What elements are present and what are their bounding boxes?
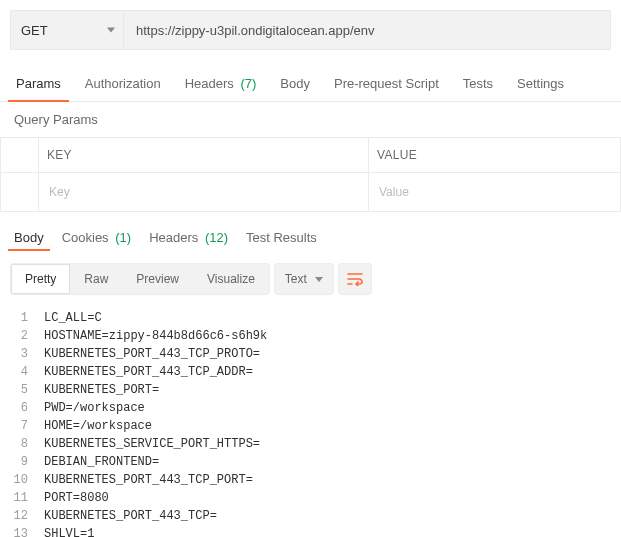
line-content: KUBERNETES_SERVICE_PORT_HTTPS= (44, 435, 260, 453)
wrap-lines-button[interactable] (338, 263, 372, 295)
line-number: 9 (0, 453, 44, 471)
request-bar: GET https://zippy-u3pil.ondigitalocean.a… (0, 0, 621, 58)
query-params-table: KEY VALUE Key Value (0, 137, 621, 212)
resp-tab-headers[interactable]: Headers (12) (143, 226, 234, 251)
line-number: 2 (0, 327, 44, 345)
body-line: 9DEBIAN_FRONTEND= (0, 453, 621, 471)
body-line: 5KUBERNETES_PORT= (0, 381, 621, 399)
body-line: 7HOME=/workspace (0, 417, 621, 435)
resp-tab-test-results[interactable]: Test Results (240, 226, 323, 251)
response-body[interactable]: 1LC_ALL=C2HOSTNAME=zippy-844b8d66c6-s6h9… (0, 305, 621, 537)
response-tabs: Body Cookies (1) Headers (12) Test Resul… (0, 212, 621, 259)
chevron-down-icon (315, 277, 323, 282)
line-number: 1 (0, 309, 44, 327)
body-line: 10KUBERNETES_PORT_443_TCP_PORT= (0, 471, 621, 489)
body-line: 2HOSTNAME=zippy-844b8d66c6-s6h9k (0, 327, 621, 345)
body-line: 12KUBERNETES_PORT_443_TCP= (0, 507, 621, 525)
value-input[interactable]: Value (369, 173, 621, 212)
body-line: 11PORT=8080 (0, 489, 621, 507)
http-method-value: GET (21, 23, 48, 38)
line-content: KUBERNETES_PORT= (44, 381, 159, 399)
line-number: 13 (0, 525, 44, 537)
view-mode-segmented: Pretty Raw Preview Visualize (10, 263, 270, 295)
body-line: 13SHLVL=1 (0, 525, 621, 537)
resp-tab-cookies[interactable]: Cookies (1) (56, 226, 137, 251)
body-line: 6PWD=/workspace (0, 399, 621, 417)
body-language-value: Text (285, 272, 307, 286)
tab-authorization[interactable]: Authorization (73, 66, 173, 101)
view-preview[interactable]: Preview (122, 264, 193, 294)
body-view-toolbar: Pretty Raw Preview Visualize Text (0, 259, 621, 305)
resp-tab-body[interactable]: Body (8, 226, 50, 251)
line-number: 12 (0, 507, 44, 525)
line-content: PWD=/workspace (44, 399, 145, 417)
line-number: 3 (0, 345, 44, 363)
line-number: 7 (0, 417, 44, 435)
view-raw[interactable]: Raw (70, 264, 122, 294)
wrap-icon (347, 272, 363, 286)
request-tabs: Params Authorization Headers (7) Body Pr… (0, 66, 621, 102)
headers-count-badge: (7) (240, 76, 256, 91)
line-content: DEBIAN_FRONTEND= (44, 453, 159, 471)
resp-headers-count-badge: (12) (205, 230, 228, 245)
body-language-dropdown[interactable]: Text (274, 263, 334, 295)
http-method-dropdown[interactable]: GET (10, 10, 124, 50)
tab-body[interactable]: Body (268, 66, 322, 101)
line-number: 10 (0, 471, 44, 489)
line-content: PORT=8080 (44, 489, 109, 507)
request-url-value: https://zippy-u3pil.ondigitalocean.app/e… (136, 23, 375, 38)
line-content: KUBERNETES_PORT_443_TCP_PORT= (44, 471, 253, 489)
request-url-input[interactable]: https://zippy-u3pil.ondigitalocean.app/e… (124, 10, 611, 50)
body-line: 8KUBERNETES_SERVICE_PORT_HTTPS= (0, 435, 621, 453)
line-number: 6 (0, 399, 44, 417)
line-number: 4 (0, 363, 44, 381)
tab-settings[interactable]: Settings (505, 66, 576, 101)
view-pretty[interactable]: Pretty (11, 264, 70, 294)
line-content: HOSTNAME=zippy-844b8d66c6-s6h9k (44, 327, 267, 345)
col-key: KEY (39, 138, 369, 173)
body-line: 1LC_ALL=C (0, 309, 621, 327)
tab-params[interactable]: Params (4, 66, 73, 101)
line-number: 11 (0, 489, 44, 507)
tab-headers[interactable]: Headers (7) (173, 66, 269, 101)
query-params-title: Query Params (0, 102, 621, 137)
line-content: SHLVL=1 (44, 525, 94, 537)
line-content: HOME=/workspace (44, 417, 152, 435)
chevron-down-icon (107, 28, 115, 33)
table-row: Key Value (1, 173, 621, 212)
line-number: 5 (0, 381, 44, 399)
key-input[interactable]: Key (39, 173, 369, 212)
tab-prerequest[interactable]: Pre-request Script (322, 66, 451, 101)
line-content: KUBERNETES_PORT_443_TCP_PROTO= (44, 345, 260, 363)
table-header-row: KEY VALUE (1, 138, 621, 173)
cookies-count-badge: (1) (115, 230, 131, 245)
body-line: 3KUBERNETES_PORT_443_TCP_PROTO= (0, 345, 621, 363)
line-content: KUBERNETES_PORT_443_TCP= (44, 507, 217, 525)
line-number: 8 (0, 435, 44, 453)
body-line: 4KUBERNETES_PORT_443_TCP_ADDR= (0, 363, 621, 381)
line-content: KUBERNETES_PORT_443_TCP_ADDR= (44, 363, 253, 381)
tab-tests[interactable]: Tests (451, 66, 505, 101)
col-value: VALUE (369, 138, 621, 173)
view-visualize[interactable]: Visualize (193, 264, 269, 294)
line-content: LC_ALL=C (44, 309, 102, 327)
